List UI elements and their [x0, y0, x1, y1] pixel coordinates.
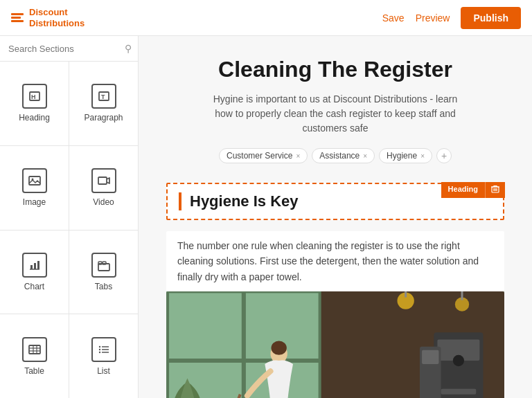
sidebar-item-list[interactable]: List — [69, 314, 138, 398]
svg-rect-6 — [98, 177, 107, 184]
logo-icon — [11, 13, 24, 22]
sidebar-label-tabs: Tabs — [95, 282, 112, 291]
svg-rect-9 — [34, 263, 36, 269]
scene-svg — [166, 291, 504, 398]
image-icon — [22, 168, 47, 193]
svg-point-22 — [98, 345, 100, 347]
add-tag-button[interactable]: + — [436, 148, 452, 163]
photo-simulation — [166, 291, 504, 398]
sidebar-label-heading: Heading — [19, 113, 50, 123]
tag-hygiene[interactable]: Hygiene × — [379, 148, 432, 163]
publish-button[interactable]: Publish — [461, 7, 521, 29]
sidebar-grid: H Heading T Paragraph — [0, 62, 138, 398]
logo: Discount Distributions — [11, 7, 85, 28]
header-actions: Save Preview Publish — [382, 7, 521, 29]
table-icon — [22, 337, 47, 362]
svg-rect-46 — [441, 389, 477, 395]
tag-close-hygiene[interactable]: × — [420, 152, 425, 160]
tag-label: Assistance — [319, 151, 360, 161]
list-icon — [91, 337, 116, 362]
paragraph-icon: T — [91, 84, 116, 109]
heading-block-wrapper: Heading Hygiene Is Key — [166, 183, 504, 220]
sidebar-item-table[interactable]: Table — [0, 314, 69, 398]
tags-row: Customer Service × Assistance × Hygiene … — [166, 148, 504, 163]
svg-rect-14 — [29, 345, 40, 354]
block-toolbar: Heading — [441, 182, 505, 198]
content-area: Cleaning The Register Hygine is importan… — [139, 36, 532, 398]
svg-point-41 — [271, 341, 286, 355]
text-block-content: The number one rule when cleaning the re… — [177, 238, 493, 284]
search-icon: ⚲ — [125, 43, 132, 54]
save-link[interactable]: Save — [382, 12, 405, 24]
preview-link[interactable]: Preview — [416, 12, 450, 24]
logo-line2: Distributions — [29, 18, 85, 29]
toolbar-delete-button[interactable] — [485, 182, 505, 198]
image-block — [166, 291, 504, 398]
search-box: ⚲ — [0, 36, 138, 62]
sidebar-item-tabs[interactable]: Tabs — [69, 230, 138, 314]
svg-text:H: H — [31, 93, 36, 100]
svg-text:T: T — [101, 93, 105, 100]
svg-rect-8 — [30, 265, 33, 269]
svg-rect-10 — [37, 261, 39, 269]
main-layout: ⚲ H Heading T — [0, 36, 532, 398]
svg-point-45 — [453, 355, 464, 366]
sidebar-item-paragraph[interactable]: T Paragraph — [69, 62, 138, 145]
sidebar-label-video: Video — [93, 197, 114, 207]
chart-icon — [22, 253, 47, 278]
tag-close-assistance[interactable]: × — [363, 152, 367, 160]
svg-rect-13 — [103, 262, 106, 264]
sidebar: ⚲ H Heading T — [0, 36, 139, 398]
svg-rect-12 — [98, 262, 102, 264]
svg-rect-48 — [422, 350, 438, 364]
sidebar-label-chart: Chart — [24, 282, 44, 291]
text-block: The number one rule when cleaning the re… — [166, 231, 504, 291]
logo-line1: Discount — [29, 7, 85, 18]
sidebar-item-heading[interactable]: H Heading — [0, 62, 69, 145]
tag-assistance[interactable]: Assistance × — [312, 148, 375, 163]
svg-point-23 — [98, 348, 100, 350]
sidebar-item-image[interactable]: Image — [0, 146, 69, 230]
tag-close-customer-service[interactable]: × — [296, 152, 300, 160]
tabs-icon — [91, 253, 116, 278]
sidebar-label-table: Table — [24, 366, 44, 376]
sidebar-label-paragraph: Paragraph — [84, 113, 123, 123]
sidebar-label-list: List — [97, 366, 110, 376]
header: Discount Distributions Save Preview Publ… — [0, 0, 532, 36]
tag-customer-service[interactable]: Customer Service × — [219, 148, 308, 163]
svg-point-24 — [98, 351, 100, 352]
sidebar-item-chart[interactable]: Chart — [0, 230, 69, 314]
sidebar-label-image: Image — [23, 197, 46, 207]
article-title: Cleaning The Register — [166, 57, 504, 82]
video-icon — [91, 168, 116, 193]
logo-text: Discount Distributions — [29, 7, 85, 28]
heading-icon: H — [22, 84, 47, 109]
svg-rect-4 — [29, 177, 40, 185]
article-description: Hygine is important to us at Discount Di… — [204, 92, 467, 136]
sidebar-item-video[interactable]: Video — [69, 146, 138, 230]
tag-label: Customer Service — [227, 151, 292, 161]
toolbar-heading-label[interactable]: Heading — [441, 182, 485, 198]
search-input[interactable] — [8, 44, 125, 54]
tag-label: Hygiene — [387, 151, 417, 161]
